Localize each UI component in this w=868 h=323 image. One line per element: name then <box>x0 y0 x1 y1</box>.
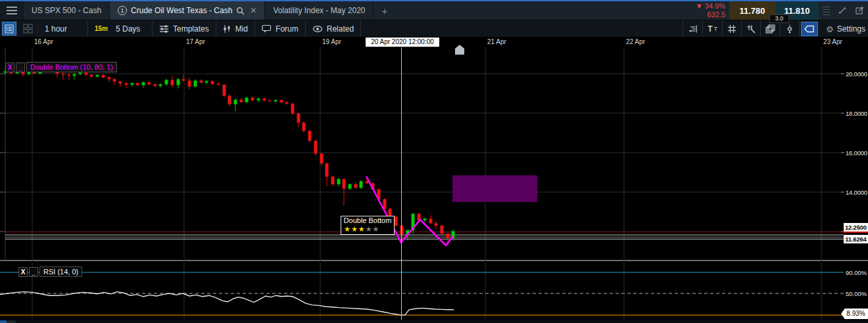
related-label: Related <box>327 24 354 34</box>
grid-layout-button[interactable] <box>18 20 38 37</box>
related-button[interactable]: Related <box>306 20 361 37</box>
scrollbar-segment <box>7 320 16 323</box>
scale-tool-button[interactable] <box>683 20 703 37</box>
draw-tool-button[interactable] <box>742 20 761 37</box>
candle-body <box>343 179 346 188</box>
candle-body <box>263 99 266 101</box>
price-badge: 11.6264 <box>844 235 868 243</box>
price-badge: 12.2500 <box>844 223 868 232</box>
sell-price-button[interactable]: 11.780 <box>729 1 775 20</box>
candle-body <box>429 219 433 224</box>
templates-button[interactable]: Templates <box>153 20 216 37</box>
candle-body <box>280 100 283 102</box>
forum-button[interactable]: Forum <box>255 20 306 37</box>
settings-button[interactable]: ⚙ Settings <box>819 20 868 37</box>
candle-body <box>131 83 134 84</box>
rsi-axis-label: 50.00% <box>846 290 867 297</box>
mid-label: Mid <box>235 24 248 34</box>
candle-body <box>211 81 214 84</box>
templates-label: Templates <box>173 24 209 34</box>
mid-price-button[interactable]: Mid <box>216 20 255 37</box>
tab-crude-oil-active[interactable]: 1 Crude Oil West Texas - Cash ✕ <box>110 1 265 20</box>
candle-body <box>73 74 76 76</box>
rsi-line <box>0 292 454 315</box>
rsi-panel: X _ RSI (14, 0) 8.93% 90.00%50.00% <box>0 262 868 320</box>
star-empty-icon: ★ <box>373 225 380 233</box>
candle-body <box>154 84 157 86</box>
settings-gear-icon: ⚙ <box>826 24 834 34</box>
tab-label: US SPX 500 - Cash <box>32 6 101 15</box>
rsi-current-value-badge: 8.93% <box>841 309 868 319</box>
search-icon[interactable] <box>236 7 245 15</box>
range-dropdown[interactable]: 15m 5 Days <box>88 20 153 37</box>
chart-list-button[interactable] <box>2 22 16 36</box>
rsi-minimize-button[interactable]: _ <box>29 267 38 277</box>
tab-us-spx-500[interactable]: US SPX 500 - Cash <box>24 1 110 20</box>
candle-body <box>302 122 306 131</box>
grid-toggle-button[interactable] <box>723 20 742 37</box>
price-axis-label: 18.0000 <box>846 110 867 117</box>
star-empty-icon: ★ <box>366 225 373 233</box>
x-axis-label: 21 Apr <box>487 38 506 45</box>
candle-body <box>119 82 122 84</box>
forum-label: Forum <box>276 24 299 34</box>
candle-body <box>200 81 203 83</box>
candle-body <box>331 177 335 184</box>
bottom-scrollbar[interactable] <box>0 320 868 323</box>
close-tab-icon[interactable]: ✕ <box>250 6 256 15</box>
x-axis-label: 19 Apr <box>322 38 341 45</box>
interval-dropdown[interactable]: 1 hour <box>38 20 88 37</box>
tabbar-spacer <box>395 1 692 20</box>
candle-body <box>68 75 71 76</box>
toolbar: 1 hour 15m 5 Days Templates Mid Forum Re… <box>0 20 868 37</box>
price-axis-label: 20.0000 <box>846 70 867 78</box>
candle-body <box>435 223 438 226</box>
pattern-minimize-button[interactable]: _ <box>16 62 25 72</box>
text-tool-button[interactable]: TT <box>703 20 723 37</box>
candle-body <box>360 182 363 188</box>
candle-body <box>108 77 111 79</box>
candle-body <box>223 85 226 96</box>
rsi-label-text: RSI (14, 0) <box>39 266 82 277</box>
candle-body <box>182 79 185 80</box>
add-tab-button[interactable]: + <box>374 1 395 20</box>
candle-body <box>395 216 398 226</box>
candle-body <box>326 164 329 177</box>
templates-icon <box>159 24 169 33</box>
rsi-indicator-label: X _ RSI (14, 0) <box>18 266 82 277</box>
price-badge-underline <box>844 232 868 233</box>
candle-body <box>297 114 301 123</box>
related-eye-icon <box>312 25 323 33</box>
star-filled-icon: ★ <box>344 225 351 233</box>
candle-body <box>148 82 151 84</box>
candle-body <box>314 141 318 154</box>
scrollbar-left-cap <box>0 320 7 323</box>
double-bottom-tooltip: Double Bottom ★★★★★ <box>341 216 395 235</box>
price-axis-label: 16.0000 <box>846 149 867 157</box>
candle-body <box>320 154 324 164</box>
analysis-zone-rectangle[interactable] <box>452 176 537 203</box>
back-button[interactable] <box>801 22 818 36</box>
main-chart-canvas[interactable] <box>0 47 868 261</box>
candle-body <box>177 79 180 85</box>
double-bottom-title: Double Bottom <box>341 216 394 225</box>
tab-volatility-index[interactable]: Volatility Index - May 2020 <box>265 1 374 20</box>
hamburger-menu-icon[interactable] <box>0 1 24 20</box>
crosshair-vertical-line <box>401 47 402 320</box>
popout-icon[interactable] <box>851 1 868 20</box>
interval-label: 1 hour <box>45 24 67 34</box>
main-chart-panel: X _ Double Bottom (10, 80, 1) Double Bot… <box>0 47 868 261</box>
rsi-close-button[interactable]: X <box>18 267 28 277</box>
candle-body <box>268 101 272 101</box>
resize-grip-icon[interactable] <box>819 1 834 20</box>
candle-body <box>274 100 277 101</box>
candle-body <box>194 81 197 87</box>
candle-body <box>257 99 260 101</box>
pattern-close-button[interactable]: X <box>5 62 14 72</box>
expand-icon[interactable] <box>834 1 851 20</box>
candle-body <box>228 96 231 105</box>
candle-body <box>165 80 168 85</box>
rsi-canvas[interactable] <box>0 262 868 320</box>
candle-body <box>245 98 249 103</box>
candle-body <box>423 219 427 220</box>
